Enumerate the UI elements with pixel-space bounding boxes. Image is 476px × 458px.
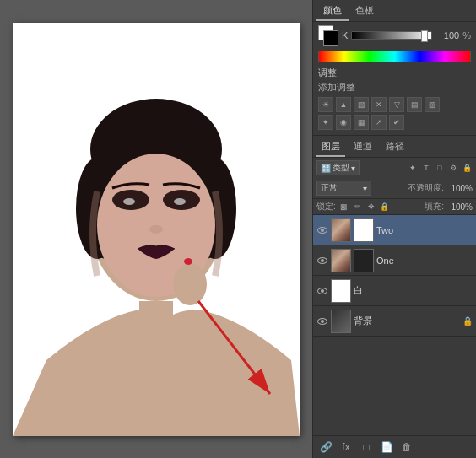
layer-thumb-white — [331, 279, 351, 303]
layer-mask-two — [354, 218, 374, 242]
layer-visibility-one[interactable] — [316, 255, 328, 267]
svg-point-15 — [149, 225, 163, 234]
filter-icon3[interactable]: □ — [434, 162, 446, 174]
lock-transparent[interactable]: ▩ — [338, 201, 350, 213]
tab-color[interactable]: 颜色 — [316, 2, 349, 21]
blend-opacity-row: 正常 ▾ 不透明度: 100% — [313, 178, 476, 199]
type-filter-icon: 🔠 — [321, 164, 331, 173]
color-slider[interactable] — [351, 31, 432, 40]
adj-photofilter[interactable]: ◉ — [336, 115, 351, 130]
adjustments-label: 调整 — [318, 67, 337, 79]
thumb-black-one — [354, 250, 373, 272]
color-row: K 100 % — [313, 22, 476, 49]
layer-name-white: 白 — [354, 284, 473, 297]
filter-icon2[interactable]: T — [420, 162, 432, 174]
canvas-image — [13, 23, 300, 436]
layer-item-bg[interactable]: 背景 🔒 — [313, 306, 476, 337]
filter-icon4[interactable]: ⚙ — [447, 162, 459, 174]
adj-exposure[interactable]: ✕ — [371, 97, 387, 112]
svg-rect-17 — [185, 263, 192, 284]
adjustment-icons-row2: ✦ ◉ ▦ ↗ ✔ — [318, 115, 471, 130]
color-swatches-tabs: 颜色 色板 — [313, 0, 476, 22]
lock-all[interactable]: 🔒 — [379, 201, 391, 213]
layer-thumb-two — [331, 218, 351, 242]
adj-brightness[interactable]: ☀ — [318, 97, 333, 112]
slider-thumb — [421, 30, 428, 42]
color-swatches[interactable] — [318, 25, 338, 46]
layer-mask-one — [354, 249, 374, 272]
color-value: 100 — [435, 30, 459, 40]
color-percent: % — [462, 30, 471, 40]
layers-filter-row: 🔠 类型 ▾ ✦ T □ ⚙ 🔒 — [313, 158, 476, 178]
new-group-icon[interactable]: □ — [359, 439, 374, 455]
layer-item-one[interactable]: One — [313, 245, 476, 276]
type-filter-select[interactable]: 🔠 类型 ▾ — [316, 160, 360, 175]
blend-mode-select[interactable]: 正常 ▾ — [316, 181, 371, 196]
layer-visibility-white[interactable] — [316, 285, 328, 297]
blend-mode-chevron: ▾ — [363, 184, 367, 193]
layer-filter-icons: ✦ T □ ⚙ 🔒 — [407, 162, 473, 174]
tab-channels[interactable]: 通道 — [349, 137, 377, 157]
layer-visibility-bg[interactable] — [316, 315, 328, 327]
model-svg — [13, 23, 300, 436]
adj-colorbalance[interactable]: ▨ — [425, 97, 440, 112]
tab-layers[interactable]: 图层 — [316, 137, 345, 157]
filter-icon1[interactable]: ✦ — [407, 162, 419, 174]
fx-icon[interactable]: fx — [338, 439, 354, 455]
foreground-swatch — [323, 30, 338, 46]
lock-row: 锁定: ▩ ✏ ✥ 🔒 填充: 100% — [313, 199, 476, 215]
adj-blackwhite[interactable]: ✦ — [318, 115, 333, 130]
type-filter-chevron: ▾ — [351, 164, 355, 173]
opacity-label: 不透明度: — [408, 182, 444, 194]
lock-icons: ▩ ✏ ✥ 🔒 — [338, 201, 391, 213]
new-layer-icon[interactable]: 📄 — [379, 439, 394, 455]
fx-label: fx — [342, 441, 349, 453]
thumb-white-layer — [332, 280, 350, 302]
layer-thumb-bg — [331, 310, 351, 333]
link-icon[interactable]: 🔗 — [318, 439, 333, 455]
thumb-face-one — [332, 250, 350, 272]
lock-label: 锁定: — [316, 201, 336, 213]
thumb-white-two — [354, 219, 373, 241]
fill-value: 100% — [446, 202, 473, 212]
adj-curves[interactable]: ▲ — [336, 97, 351, 112]
layer-item-white[interactable]: 白 — [313, 276, 476, 306]
adj-levels[interactable]: ▧ — [354, 97, 369, 112]
eye-icon-one — [317, 257, 327, 264]
layer-thumb-one — [331, 249, 351, 272]
layers-tabs: 图层 通道 路径 — [313, 135, 476, 158]
eye-icon-bg — [317, 318, 327, 325]
svg-point-14 — [174, 198, 186, 205]
tab-paths[interactable]: 路径 — [381, 137, 409, 157]
delete-icon[interactable]: 🗑 — [399, 439, 414, 455]
add-adjustments-label: 添加调整 — [318, 81, 471, 94]
blend-mode-value: 正常 — [321, 182, 338, 194]
layer-name-two: Two — [376, 225, 473, 235]
eye-icon-white — [317, 288, 327, 294]
layer-visibility-two[interactable] — [316, 224, 328, 236]
fill-row: 填充: 100% — [425, 201, 473, 213]
layer-lock-bg: 🔒 — [462, 316, 473, 326]
filter-icon5[interactable]: 🔒 — [461, 162, 473, 174]
adj-channelmixer[interactable]: ▦ — [354, 115, 369, 130]
lock-paint[interactable]: ✏ — [352, 201, 364, 213]
svg-point-13 — [123, 198, 135, 205]
adj-hsl[interactable]: ▤ — [407, 97, 422, 112]
adjustments-section: 调整 添加调整 ☀ ▲ ▧ ✕ ▽ ▤ ▨ ✦ ◉ ▦ ↗ ✔ — [313, 64, 476, 135]
right-panel: 颜色 色板 K 100 % 调整 添加调整 ☀ ▲ ▧ ✕ ▽ ▤ — [312, 0, 476, 458]
layers-toolbar: 🔗 fx □ 📄 🗑 — [313, 435, 476, 458]
adj-invert[interactable]: ✔ — [389, 115, 404, 130]
tab-swatches[interactable]: 色板 — [349, 2, 381, 21]
layer-name-bg: 背景 — [354, 315, 460, 327]
layer-item-two[interactable]: Two — [313, 215, 476, 245]
adj-vibrance[interactable]: ▽ — [389, 97, 404, 112]
adj-colorreplace[interactable]: ↗ — [371, 115, 387, 130]
opacity-value: 100% — [446, 184, 473, 193]
type-filter-label: 类型 — [333, 162, 349, 174]
lock-move[interactable]: ✥ — [365, 201, 377, 213]
layers-list: Two One 白 — [313, 215, 476, 435]
gradient-bar — [318, 51, 471, 62]
canvas-area — [0, 0, 312, 458]
color-slider-container — [351, 31, 432, 40]
color-channel-label: K — [342, 30, 348, 40]
